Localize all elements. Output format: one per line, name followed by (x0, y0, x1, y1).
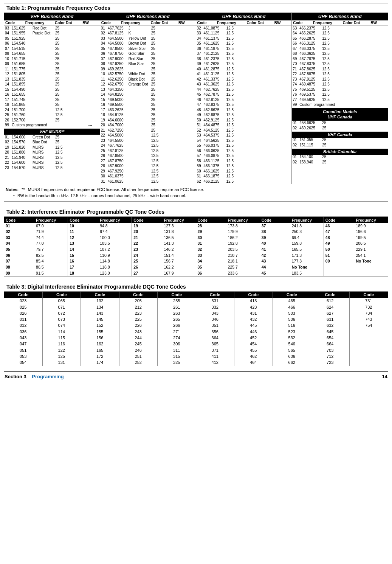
subh-code: Code (5, 21, 25, 25)
table-row: 48462.862512.5 (196, 107, 292, 113)
table-row: 243 (119, 329, 158, 335)
bc-rows: 01154.10025 02158.94025 (292, 155, 388, 165)
table-row: 627 (311, 310, 349, 316)
table-row: 01154.600Green Dot25 (4, 135, 100, 140)
t3-data-col6: 331 332 343 346 351 356 364 365 371 411 … (196, 298, 235, 365)
table-row: 065 (43, 298, 81, 304)
table-row: 365 (196, 341, 234, 347)
table-row: 43177.3 (260, 258, 324, 264)
table-row: 17151.74525 (4, 97, 100, 103)
table-row: 14151.89525 (4, 82, 100, 87)
table-row: 30186.2 (196, 235, 260, 241)
table-row: 64466.262512.5 (292, 31, 388, 36)
vhf-murs-rows: 01154.600Green Dot25 02154.570Blue Dot25… (4, 135, 100, 171)
table-row: 72467.887512.5 (292, 72, 388, 77)
table-row: 263 (158, 310, 196, 316)
vhf-murs-header: VHF MURS** (4, 129, 100, 135)
table-row: 131 (43, 359, 81, 365)
table-row: 37461.212512.5 (196, 51, 292, 57)
t2-col1-header: CodeFrequency (4, 217, 68, 223)
table-row: 61466.187512.5 (196, 174, 292, 179)
table-row: 26152.70025 (4, 118, 100, 123)
table-row: 03151.625Red Dot25 (4, 26, 100, 31)
table-row: 026 (4, 310, 42, 316)
footer-left: Section 3 Programming (5, 374, 64, 379)
table-row: 346 (196, 316, 234, 322)
t3-data-col1: 023 025 026 031 032 036 043 047 051 053 … (4, 298, 43, 365)
table-row: 464 (234, 359, 273, 365)
table-row: 431 (234, 310, 273, 316)
uhf-business2-rows: 32461.087512.5 33461.112512.5 34461.1375… (196, 26, 292, 184)
table-row: 49206.5 (324, 241, 388, 247)
table2-grid: CodeFrequency CodeFrequency CodeFrequenc… (4, 217, 388, 277)
table-row: 731 (350, 298, 388, 304)
t2-data-col2: 1094.8 1197.4 12100.0 13103.5 14107.2 15… (68, 223, 132, 277)
uhf-business2-header: UHF Business Band (196, 13, 292, 20)
table-row: 225 (119, 316, 158, 322)
table-row: 46189.9 (324, 223, 388, 229)
table-row: 42461.337512.5 (196, 77, 292, 82)
table-row: 44No Tone (260, 264, 324, 270)
table-row: 51464.487512.5 (196, 123, 292, 128)
table-row: 371 (196, 347, 234, 353)
bc-header: British Columbia (292, 149, 388, 155)
table-row: 155 (81, 329, 119, 335)
table-row: 172 (81, 353, 119, 359)
subh-color: Color Dot (150, 21, 178, 25)
table-row: 662 (273, 359, 311, 365)
table-row: 306 (158, 341, 196, 347)
subh-code: Code (101, 21, 121, 25)
table-row: 74469.487512.5 (292, 82, 388, 87)
table-row: 734 (350, 310, 388, 316)
table-row: 332 (196, 304, 234, 310)
t3-data-col4: 205 212 223 225 226 243 244 245 246 251 … (119, 298, 158, 365)
table-row: 30461.037512.5 (100, 174, 196, 179)
table-row: 703 (311, 347, 349, 353)
table3-grid: Code Code Code Code Code Code Code Code … (4, 292, 388, 365)
table-row: 0271.9 (4, 229, 68, 235)
vhf-business-header: VHF Business Band (4, 13, 100, 20)
table-row: 226 (119, 322, 158, 328)
table-row: 36233.6 (196, 270, 260, 277)
table-row: 01151.05525 (292, 138, 388, 143)
table-row: 423 (234, 304, 273, 310)
table-row: 15110.9 (68, 253, 132, 259)
table-row: 62466.212512.5 (196, 179, 292, 184)
table-row: 29179.9 (196, 229, 260, 235)
table-row: 05467.8500Silver Star25 (100, 46, 196, 51)
table-row: 246 (119, 347, 158, 353)
table-row: 04151.955Purple Dot25 (4, 31, 100, 36)
table-row: 205 (119, 298, 158, 304)
table-row: 50229.1 (324, 247, 388, 253)
note-line-1: Notes: ** MURS frequencies do not requir… (6, 186, 386, 193)
table-row: 546 (273, 341, 311, 347)
table-row: 20464.700025 (100, 123, 196, 128)
table-row: 223 (119, 310, 158, 316)
table-row: 32203.5 (196, 247, 260, 253)
t2-data-col1: 0167.0 0271.9 0374.4 0477.0 0579.7 0682.… (4, 223, 68, 277)
table-row: 25151.76012.5 (4, 113, 100, 118)
table-row: 01467.7625J25 (100, 26, 196, 31)
table-row: 13464.325025 (100, 87, 196, 92)
table-row: 35225.7 (196, 264, 260, 270)
t2-col5-header: CodeFrequency (260, 217, 324, 223)
subh-color: Color Dot (54, 21, 82, 25)
table-row: 12151.80525 (4, 72, 100, 77)
table-row: 60466.162512.5 (196, 169, 292, 174)
uhf-business1-col: UHF Business Band Code Frequency Color D… (100, 13, 196, 184)
page: Table 1: Programmable Frequency Codes VH… (0, 0, 392, 384)
table-row: 244 (119, 335, 158, 341)
t3-data-col5: 255 261 263 265 266 271 274 306 311 315 … (158, 298, 196, 365)
table-row: 0374.4 (4, 235, 68, 241)
subh-bw: BW (82, 21, 99, 25)
table-row: 09469.262525 (100, 67, 196, 72)
table-row: 22141.3 (132, 241, 195, 247)
table-row: 24151.70012.5 (4, 107, 100, 113)
table-row: 445 (234, 322, 273, 328)
table-row: 02467.8125K25 (100, 31, 196, 36)
table1: Table 1: Programmable Frequency Codes VH… (4, 3, 388, 202)
vhf-canada-rows: 01151.05525 02151.11525 (292, 138, 388, 148)
table-row: 032 (4, 322, 42, 328)
t3-header-col10: Code (350, 292, 388, 298)
vhf-canada-header: VHF Canada (292, 132, 388, 138)
